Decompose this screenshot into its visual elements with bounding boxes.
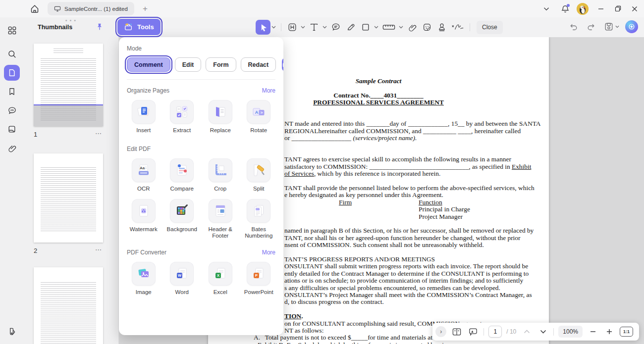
thumbnail-page-2[interactable]: 2 ⋯ <box>34 153 103 255</box>
sidebar-item-search[interactable] <box>4 46 20 62</box>
select-tool-button[interactable] <box>256 20 270 35</box>
sidebar-item-file[interactable] <box>4 121 20 137</box>
signature-tool-button[interactable] <box>449 20 466 35</box>
mode-redact-button[interactable]: Redact <box>241 57 276 72</box>
save-dropdown-chevron-icon <box>615 25 619 28</box>
close-window-button[interactable] <box>626 1 643 16</box>
section-organize-pages: Organize Pages More Insert Extract Repla… <box>127 87 275 134</box>
toolbox-icon <box>124 23 133 32</box>
tool-to-powerpoint[interactable]: P PowerPoint <box>242 262 276 295</box>
tool-header-footer[interactable]: Header & Footer <box>204 199 237 239</box>
text-tool-button[interactable] <box>307 20 322 35</box>
page-number-input[interactable]: 1 <box>488 326 502 338</box>
tool-to-excel[interactable]: X Excel <box>204 262 237 295</box>
avatar[interactable] <box>577 3 589 15</box>
actual-size-button[interactable]: 1:1 <box>620 327 633 337</box>
titlebar-chevron-button[interactable] <box>539 2 554 16</box>
document-tab[interactable]: SampleContr... (1) edited <box>48 2 134 15</box>
next-page-button[interactable] <box>537 326 549 338</box>
open-in-new-window-button[interactable] <box>282 58 283 71</box>
svg-text:>: > <box>261 110 263 115</box>
image-icon <box>136 266 151 281</box>
add-tab-button[interactable]: + <box>140 4 151 14</box>
close-toolbar-button[interactable]: Close <box>477 21 503 34</box>
thumbnail-page-1[interactable]: 1 ⋯ <box>34 44 103 139</box>
zoom-level[interactable]: 100% <box>558 326 583 338</box>
ai-assistant-button[interactable] <box>625 20 638 33</box>
organize-more-link[interactable]: More <box>262 87 275 94</box>
highlight-tool-dropdown[interactable] <box>300 20 306 35</box>
mode-form-button[interactable]: Form <box>206 57 236 72</box>
tool-crop[interactable]: Crop <box>204 158 237 192</box>
thumbnail-options-button[interactable]: ⋯ <box>95 130 102 137</box>
save-button[interactable] <box>602 20 621 34</box>
document-line: or __________________ (services/project … <box>284 135 524 142</box>
tool-insert[interactable]: Insert <box>127 100 161 134</box>
redo-button[interactable] <box>585 20 597 34</box>
previous-page-button[interactable] <box>521 326 533 338</box>
reading-mode-icon <box>452 328 462 336</box>
notifications-button[interactable] <box>558 2 573 16</box>
sticker-tool-button[interactable] <box>420 20 434 35</box>
tool-replace[interactable]: Replace <box>204 100 237 134</box>
document-line <box>284 149 524 156</box>
tools-button[interactable]: Tools <box>117 19 161 35</box>
select-tool-dropdown[interactable] <box>270 20 276 35</box>
thumbnail-page-3[interactable] <box>34 267 103 344</box>
collapse-bar-button[interactable]: › <box>435 326 446 337</box>
pin-panel-button[interactable] <box>96 23 104 31</box>
tool-to-image[interactable]: Image <box>127 262 161 295</box>
sidebar-item-grid[interactable] <box>4 22 20 38</box>
shape-tool-dropdown[interactable] <box>373 20 379 35</box>
sidebar-item-thumbnails[interactable] <box>4 65 20 81</box>
document-line <box>284 113 524 120</box>
thumbnail-page-2-image[interactable] <box>34 153 103 243</box>
annotation-list-button[interactable] <box>467 326 479 338</box>
home-button[interactable] <box>28 2 41 15</box>
tool-ocr[interactable]: Aa OCR <box>127 158 161 192</box>
document-line: ations or is on schedule; to provide com… <box>284 277 524 284</box>
viewport-indicator[interactable] <box>34 44 103 105</box>
sidebar-item-bookmarks[interactable] <box>4 84 20 99</box>
tool-compare[interactable]: Compare <box>165 158 199 192</box>
attach-tool-button[interactable] <box>405 20 420 35</box>
mode-edit-button[interactable]: Edit <box>175 57 202 72</box>
text-tool-dropdown[interactable] <box>322 20 327 35</box>
panel-drag-handle[interactable]: • • • <box>24 18 118 23</box>
thumbnail-options-button[interactable]: ⋯ <box>95 246 102 253</box>
document-line: satisfactory to COMMISSION: ____________… <box>284 163 524 170</box>
tool-to-word[interactable]: W Word <box>165 262 199 295</box>
tool-background[interactable]: Background <box>165 199 199 239</box>
thumbnail-page-1-image[interactable] <box>34 44 103 126</box>
minimize-button[interactable] <box>592 1 609 16</box>
document-line: TANT shall provide the personnel listed … <box>284 185 524 192</box>
tool-rotate[interactable]: A> Rotate <box>242 100 276 134</box>
svg-text:X: X <box>217 273 219 278</box>
zoom-in-button[interactable] <box>603 326 615 338</box>
mode-comment-button[interactable]: Comment <box>127 57 170 72</box>
tool-extract[interactable]: Extract <box>165 100 199 134</box>
note-tool-button[interactable] <box>328 20 343 35</box>
sidebar-item-appearance[interactable] <box>4 323 20 339</box>
thumbnails-panel: • • • Thumbnails 1 ⋯ 2 ⋯ <box>24 17 119 344</box>
tool-split[interactable]: Split <box>242 158 276 192</box>
highlight-tool-button[interactable] <box>285 20 300 35</box>
undo-button[interactable] <box>567 20 580 34</box>
stamp-tool-button[interactable] <box>434 20 449 35</box>
reading-mode-button[interactable] <box>451 326 463 338</box>
thumbnail-page-3-image[interactable] <box>34 267 103 344</box>
document-line: Principal in Charge <box>284 206 524 213</box>
converter-more-link[interactable]: More <box>262 249 275 256</box>
document-line <box>284 178 524 185</box>
thumbnail-offscreen-shade <box>34 104 103 126</box>
pencil-tool-button[interactable] <box>343 20 358 35</box>
zoom-out-button[interactable] <box>587 326 599 338</box>
shape-tool-button[interactable] <box>358 20 373 35</box>
tool-bates-numbering[interactable]: 000123 Bates Numbering <box>242 199 276 239</box>
measure-tool-button[interactable] <box>380 20 398 35</box>
maximize-button[interactable] <box>609 1 626 16</box>
measure-tool-dropdown[interactable] <box>398 20 404 35</box>
tool-watermark[interactable]: Watermark <box>127 199 161 239</box>
sidebar-item-comments[interactable] <box>4 102 20 118</box>
sidebar-item-attachments[interactable] <box>4 140 20 156</box>
